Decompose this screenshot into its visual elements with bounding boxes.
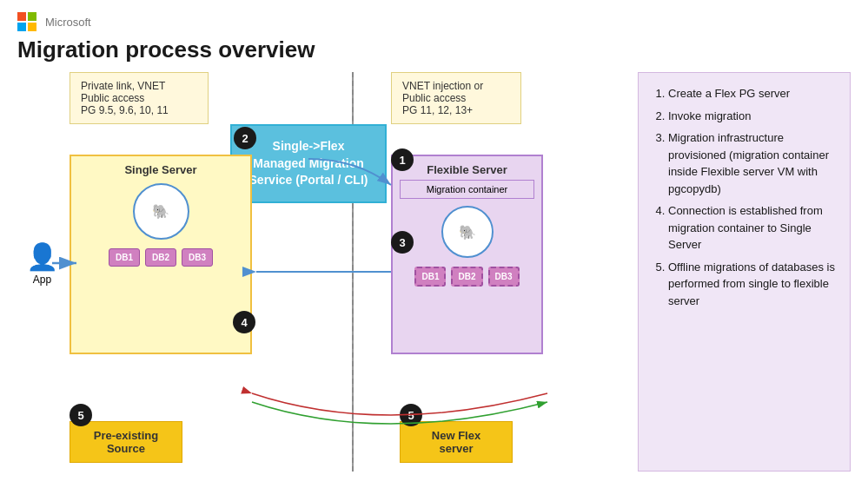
flex-server-elephant: 🐘 bbox=[441, 206, 494, 258]
right-panel: Create a Flex PG server Invoke migration… bbox=[638, 72, 851, 472]
single-server-elephant: 🐘 bbox=[133, 183, 189, 240]
ms-logo-icon bbox=[17, 12, 36, 31]
pre-existing-box: Pre-existing Source bbox=[70, 421, 182, 463]
single-db2: DB2 bbox=[145, 248, 176, 267]
badge-3: 3 bbox=[391, 231, 414, 254]
flex-db1: DB1 bbox=[414, 267, 446, 287]
app-label: App bbox=[26, 274, 58, 286]
app-figure: 👤 App bbox=[26, 241, 58, 286]
flexible-server-label: Flexible Server bbox=[400, 163, 534, 176]
svg-rect-0 bbox=[17, 12, 26, 21]
main-content: Private link, VNET Public access PG 9.5,… bbox=[0, 72, 868, 472]
step-1: Create a Flex PG server bbox=[668, 85, 836, 102]
migration-container: Migration container bbox=[400, 180, 534, 199]
svg-rect-2 bbox=[17, 23, 26, 31]
header: Microsoft bbox=[0, 0, 868, 36]
steps-list: Create a Flex PG server Invoke migration… bbox=[653, 85, 836, 309]
single-server-label: Single Server bbox=[78, 163, 243, 176]
flexible-server-box: Flexible Server Migration container 🐘 DB… bbox=[391, 155, 543, 354]
flex-server-db-row: DB1 DB2 DB3 bbox=[400, 267, 534, 287]
private-link-box: Private link, VNET Public access PG 9.5,… bbox=[70, 72, 209, 124]
company-name: Microsoft bbox=[45, 16, 91, 29]
single-server-db-row: DB1 DB2 DB3 bbox=[78, 248, 243, 267]
badge-1: 1 bbox=[391, 148, 414, 171]
step-5: Offline migrations of databases is perfo… bbox=[668, 259, 836, 310]
step-4: Connection is established from migration… bbox=[668, 202, 836, 254]
diagram-area: Private link, VNET Public access PG 9.5,… bbox=[17, 72, 629, 472]
person-icon: 👤 bbox=[26, 241, 58, 272]
step-2: Invoke migration bbox=[668, 108, 836, 125]
svg-rect-1 bbox=[28, 12, 36, 21]
single-db3: DB3 bbox=[182, 248, 213, 267]
page-title: Migration process overview bbox=[0, 36, 868, 72]
single-db1: DB1 bbox=[109, 248, 140, 267]
new-flex-server-box: New Flex server bbox=[400, 421, 513, 463]
badge-4: 4 bbox=[233, 311, 255, 333]
single-server-box: Single Server 🐘 DB1 DB2 DB3 bbox=[70, 155, 252, 354]
badge-2: 2 bbox=[234, 127, 256, 149]
flex-db3: DB3 bbox=[488, 267, 520, 287]
vnet-box: VNET injection or Public access PG 11, 1… bbox=[391, 72, 521, 124]
flex-db2: DB2 bbox=[451, 267, 482, 287]
badge-5-left: 5 bbox=[70, 404, 92, 426]
step-3: Migration infrastructure provisioned (mi… bbox=[668, 129, 836, 197]
badge-5-right: 5 bbox=[400, 404, 422, 426]
svg-rect-3 bbox=[28, 23, 36, 31]
